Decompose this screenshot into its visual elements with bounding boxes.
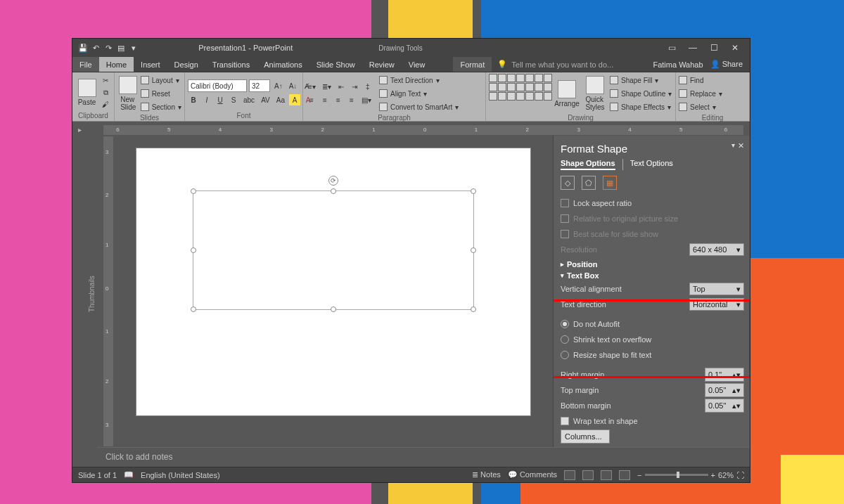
indent-inc-button[interactable]: ⇥ — [349, 82, 360, 93]
start-slideshow-icon[interactable]: ▤ — [115, 41, 127, 54]
cut-button[interactable]: ✂ — [100, 75, 111, 86]
tab-insert[interactable]: Insert — [134, 57, 167, 72]
pane-tab-text-options[interactable]: Text Options — [630, 159, 673, 170]
pane-close-icon[interactable]: ✕ — [738, 141, 744, 150]
minimize-button[interactable]: — — [682, 40, 703, 56]
underline-button[interactable]: U — [215, 94, 226, 105]
horizontal-ruler[interactable]: 65 43 21 01 23 45 6 — [103, 124, 744, 136]
zoom-in-button[interactable]: + — [711, 471, 715, 479]
grow-font-button[interactable]: A↑ — [272, 80, 285, 91]
thumbnail-expand[interactable]: ▸ — [72, 122, 87, 467]
arrange-button[interactable]: Arrange — [554, 74, 580, 113]
size-properties-icon[interactable]: ▦ — [603, 176, 617, 190]
select-button[interactable]: Select▾ — [679, 101, 722, 113]
reset-button[interactable]: Reset — [141, 87, 181, 100]
tab-design[interactable]: Design — [167, 57, 205, 72]
replace-button[interactable]: Replace▾ — [679, 87, 722, 100]
resize-handle-nw[interactable] — [191, 188, 196, 194]
line-spacing-button[interactable]: ‡ — [362, 82, 373, 93]
text-direction-button[interactable]: Text Direction▾ — [379, 74, 459, 86]
redo-icon[interactable]: ↷ — [102, 41, 115, 54]
fill-line-icon[interactable]: ◇ — [561, 176, 575, 190]
rotate-handle[interactable]: ⟳ — [328, 176, 338, 186]
zoom-level[interactable]: 62% — [718, 471, 734, 479]
tab-slideshow[interactable]: Slide Show — [309, 57, 362, 72]
bold-button[interactable]: B — [188, 94, 199, 105]
save-icon[interactable]: 💾 — [77, 41, 89, 54]
align-center-button[interactable]: ≡ — [319, 95, 331, 106]
zoom-out-button[interactable]: − — [637, 471, 641, 479]
maximize-button[interactable]: ☐ — [703, 40, 724, 56]
shapes-gallery[interactable] — [489, 74, 552, 113]
effects-pane-icon[interactable]: ⬠ — [582, 176, 596, 190]
pane-options-icon[interactable]: ▾ — [731, 141, 735, 150]
resize-handle-e[interactable] — [471, 247, 476, 253]
align-text-button[interactable]: Align Text▾ — [379, 87, 459, 100]
tab-home[interactable]: Home — [99, 57, 134, 72]
tab-animations[interactable]: Animations — [257, 57, 309, 72]
tab-review[interactable]: Review — [362, 57, 402, 72]
indent-dec-button[interactable]: ⇤ — [335, 82, 347, 93]
ribbon-options-icon[interactable]: ▭ — [661, 40, 682, 56]
justify-button[interactable]: ≡ — [346, 95, 357, 106]
comments-toggle[interactable]: 💬 Comments — [508, 470, 557, 479]
copy-button[interactable]: ⧉ — [100, 87, 111, 98]
vertical-alignment-select[interactable]: Top▾ — [689, 283, 744, 295]
spellcheck-icon[interactable]: 📖 — [124, 470, 134, 479]
slide-canvas[interactable]: ⟳ — [114, 136, 553, 447]
vertical-ruler[interactable]: 32 10 12 3 — [103, 136, 114, 447]
shape-fill-button[interactable]: Shape Fill▾ — [610, 74, 672, 86]
bullets-button[interactable]: ≡▾ — [306, 82, 318, 93]
tab-view[interactable]: View — [402, 57, 433, 72]
paste-button[interactable]: Paste — [75, 74, 98, 111]
resize-handle-sw[interactable] — [191, 306, 196, 312]
slideshow-view-button[interactable] — [619, 470, 630, 480]
wrap-text-checkbox[interactable]: ✓ — [561, 417, 569, 425]
sorter-view-button[interactable] — [582, 470, 594, 480]
highlight-button[interactable]: A — [289, 94, 300, 105]
zoom-slider[interactable] — [645, 474, 708, 476]
case-button[interactable]: Aa — [274, 94, 287, 105]
new-slide-button[interactable]: New Slide — [117, 74, 139, 113]
shadow-button[interactable]: S — [228, 94, 239, 105]
resize-handle-se[interactable] — [471, 306, 476, 312]
user-name[interactable]: Fatima Wahab — [653, 60, 703, 69]
pane-tab-shape-options[interactable]: Shape Options — [561, 159, 615, 170]
normal-view-button[interactable] — [564, 470, 575, 480]
shrink-font-button[interactable]: A↓ — [287, 80, 300, 91]
slide-indicator[interactable]: Slide 1 of 1 — [78, 471, 117, 479]
convert-smartart-button[interactable]: Convert to SmartArt▾ — [379, 101, 459, 113]
tab-file[interactable]: File — [72, 57, 99, 72]
italic-button[interactable]: I — [201, 94, 212, 105]
resize-handle-ne[interactable] — [471, 188, 476, 194]
language-indicator[interactable]: English (United States) — [141, 471, 220, 479]
quick-styles-button[interactable]: Quick Styles — [582, 74, 608, 113]
spacing-button[interactable]: AV — [259, 94, 272, 105]
shape-outline-button[interactable]: Shape Outline▾ — [610, 87, 672, 100]
top-margin-input[interactable]: 0.05"▴▾ — [705, 383, 744, 397]
notes-toggle[interactable]: ≣ Notes — [472, 470, 501, 479]
find-button[interactable]: Find — [679, 74, 722, 86]
align-left-button[interactable]: ≡ — [306, 95, 317, 106]
reading-view-button[interactable] — [601, 470, 612, 480]
resize-handle-w[interactable] — [191, 247, 196, 253]
resize-handle-s[interactable] — [331, 306, 336, 312]
shape-effects-button[interactable]: Shape Effects▾ — [610, 101, 672, 113]
undo-icon[interactable]: ↶ — [89, 41, 102, 54]
columns-button[interactable]: ▤▾ — [359, 95, 373, 106]
fit-to-window-button[interactable]: ⛶ — [736, 471, 744, 479]
font-size-input[interactable]: 32 — [249, 79, 270, 92]
tab-format[interactable]: Format — [453, 57, 492, 72]
columns-button-pane[interactable]: Columns... — [561, 429, 610, 444]
resize-handle-n[interactable] — [331, 188, 336, 194]
bottom-margin-input[interactable]: 0.05"▴▾ — [705, 399, 744, 413]
tab-transitions[interactable]: Transitions — [205, 57, 257, 72]
section-button[interactable]: Section▾ — [141, 101, 181, 113]
lock-aspect-checkbox[interactable] — [561, 199, 569, 207]
notes-pane[interactable]: Click to add notes — [97, 447, 750, 467]
font-name-input[interactable]: Calibri (Body) — [188, 79, 247, 92]
slide[interactable]: ⟳ — [136, 148, 530, 415]
align-right-button[interactable]: ≡ — [333, 95, 344, 106]
section-text-box[interactable]: Text Box — [561, 271, 747, 280]
share-button[interactable]: 👤 Share — [710, 60, 743, 69]
